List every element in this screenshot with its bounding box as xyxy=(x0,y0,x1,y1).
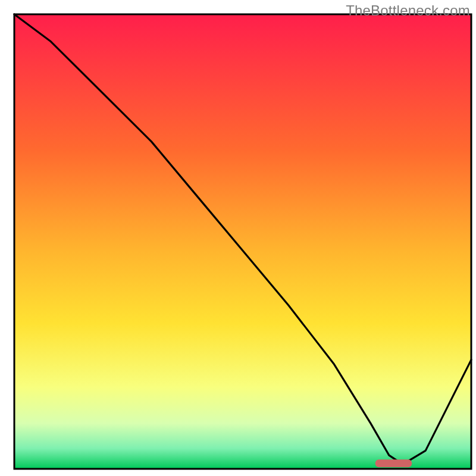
watermark-text: TheBottleneck.com xyxy=(346,2,470,19)
bottleneck-chart xyxy=(0,0,476,476)
chart-background xyxy=(14,14,471,469)
optimal-range-marker xyxy=(375,459,412,467)
